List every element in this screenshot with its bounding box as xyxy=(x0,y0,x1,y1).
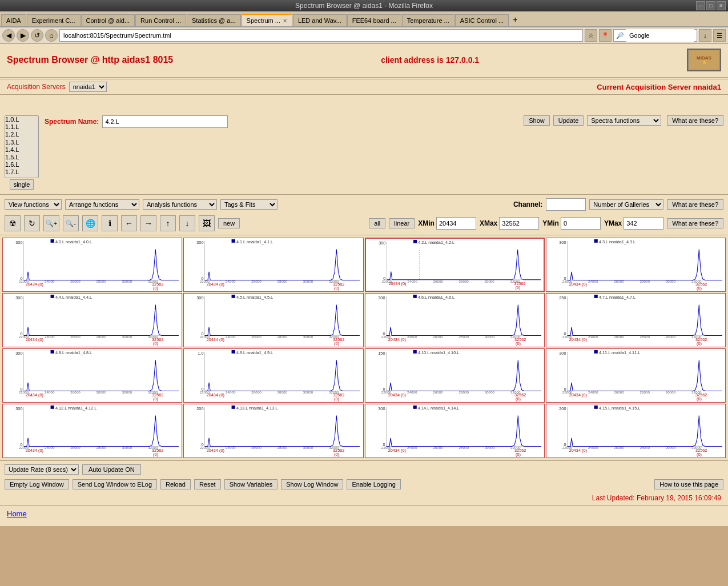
tab-spectrum[interactable]: Spectrum ... ✕ xyxy=(242,14,292,26)
tab-experiment[interactable]: Experiment C... xyxy=(27,14,81,26)
reset-button[interactable]: Reset xyxy=(194,479,221,489)
xmax-input[interactable] xyxy=(499,217,539,230)
location-icon[interactable]: 📍 xyxy=(599,29,612,42)
svg-text:300: 300 xyxy=(559,351,566,356)
spectrum-panel-4.11.L[interactable]: 30004.11.L nnaida1_4.11.L20434 (0)32562(… xyxy=(546,348,726,403)
search-input[interactable] xyxy=(626,29,694,42)
address-bar: ◀ ▶ ↺ ⌂ ☆ 📍 🔎 ↓ ☰ xyxy=(0,27,728,44)
view-functions-select[interactable]: View functions xyxy=(5,199,62,210)
how-to-use-button[interactable]: How to use this page xyxy=(654,479,723,489)
svg-text:28000: 28000 xyxy=(96,280,107,283)
midas-logo: MIDAS ⚗ xyxy=(687,49,721,71)
zoom-out-icon-btn[interactable]: 🔍- xyxy=(63,215,79,231)
tab-temperature[interactable]: Temperature ... xyxy=(402,14,455,26)
url-input[interactable] xyxy=(59,29,583,42)
downloads-icon[interactable]: ↓ xyxy=(699,29,711,42)
channel-input[interactable] xyxy=(546,198,586,211)
show-log-button[interactable]: Show Log Window xyxy=(281,479,343,489)
analysis-functions-select[interactable]: Analysis functions xyxy=(143,199,217,210)
spectrum-panel-4.3.L[interactable]: 30004.3.L nnaida1_4.3.L20434 (0)32562(0)… xyxy=(546,238,726,292)
arrow-up-btn[interactable]: ↑ xyxy=(160,215,176,231)
tags-fits-select[interactable]: Tags & Fits xyxy=(220,199,277,210)
svg-text:26000: 26000 xyxy=(433,280,443,283)
refresh-icon-btn[interactable]: ↻ xyxy=(24,215,40,231)
spectrum-name-input[interactable] xyxy=(102,115,228,128)
spectrum-panel-4.8.L[interactable]: 30004.8.L nnaida1_4.8.L20434 (0)32562(0)… xyxy=(2,348,182,403)
spectrum-list[interactable]: 1.0.L 1.1.L 1.2.L 1.3.L 1.4.L 1.5.L 1.6.… xyxy=(5,115,39,178)
what-are-these-button-2[interactable]: What are these? xyxy=(667,199,723,210)
show-button[interactable]: Show xyxy=(524,115,550,126)
svg-text:30000: 30000 xyxy=(122,335,132,339)
all-button[interactable]: all xyxy=(369,218,385,228)
send-log-button[interactable]: Send Log Window to ELog xyxy=(73,479,157,489)
image-icon-btn[interactable]: 🖼 xyxy=(199,215,215,231)
new-tab-button[interactable]: + xyxy=(509,13,521,26)
spectrum-panel-4.14.L[interactable]: 30004.14.L nnaida1_4.14.L20434 (0)32562(… xyxy=(365,404,545,458)
svg-rect-134 xyxy=(51,350,54,354)
svg-text:22000: 22000 xyxy=(19,391,29,394)
minimize-button[interactable]: — xyxy=(696,1,705,10)
zoom-in-icon-btn[interactable]: 🔍+ xyxy=(43,215,59,231)
empty-log-button[interactable]: Empty Log Window xyxy=(5,479,69,489)
info-icon-btn[interactable]: ℹ xyxy=(102,215,118,231)
spectrum-panel-4.15.L[interactable]: 20004.15.L nnaida1_4.15.L20434 (0)32562(… xyxy=(546,404,726,458)
home-link[interactable]: Home xyxy=(0,507,728,520)
update-button[interactable]: Update xyxy=(553,115,584,126)
maximize-button[interactable]: □ xyxy=(706,1,715,10)
ymin-input[interactable] xyxy=(561,217,601,230)
arrow-left-btn[interactable]: ← xyxy=(121,215,137,231)
page-header: Spectrum Browser @ http aidas1 8015 clie… xyxy=(0,44,728,76)
what-are-these-button-1[interactable]: What are these? xyxy=(667,115,723,126)
tab-control[interactable]: Control @ aid... xyxy=(81,14,135,26)
auto-update-button[interactable]: Auto Update ON xyxy=(82,464,141,475)
svg-text:30000: 30000 xyxy=(303,391,313,394)
update-rate-select[interactable]: Update Rate (8 secs) xyxy=(5,464,79,475)
spectrum-panel-4.13.L[interactable]: 20004.13.L nnaida1_4.13.L20434 (0)32562(… xyxy=(183,404,363,458)
tab-fee64[interactable]: FEE64 board ... xyxy=(347,14,401,26)
bookmark-icon[interactable]: ☆ xyxy=(585,29,597,42)
svg-text:4.7.L nnaida1_4.7.L: 4.7.L nnaida1_4.7.L xyxy=(599,295,636,300)
spectrum-panel-4.1.L[interactable]: 30004.1.L nnaida1_4.1.L20434 (0)32562(0)… xyxy=(183,238,363,292)
reload-button[interactable]: Reload xyxy=(160,479,191,489)
radiation-icon-btn[interactable]: ☢ xyxy=(5,215,21,231)
forward-button[interactable]: ▶ xyxy=(17,29,29,42)
linear-button[interactable]: linear xyxy=(389,218,415,228)
tab-close-icon[interactable]: ✕ xyxy=(283,18,287,24)
num-galleries-select[interactable]: Number of Galleries xyxy=(589,199,663,210)
xmin-input[interactable] xyxy=(436,217,476,230)
show-variables-button[interactable]: Show Variables xyxy=(224,479,278,489)
spectrum-panel-4.4.L[interactable]: 30004.4.L nnaida1_4.4.L20434 (0)32562(0)… xyxy=(2,293,182,347)
reload-button[interactable]: ↺ xyxy=(31,29,43,42)
spectrum-panel-4.12.L[interactable]: 30004.12.L nnaida1_4.12.L20434 (0)32562(… xyxy=(2,404,182,458)
spectra-functions-select[interactable]: Spectra functions xyxy=(587,115,661,126)
spectrum-panel-4.10.L[interactable]: 15004.10.L nnaida1_4.10.L20434 (0)32562(… xyxy=(365,348,545,403)
arrow-down-btn[interactable]: ↓ xyxy=(179,215,195,231)
spectrum-panel-4.5.L[interactable]: 30004.5.L nnaida1_4.5.L20434 (0)32562(0)… xyxy=(183,293,363,347)
close-button[interactable]: ✕ xyxy=(717,1,726,10)
spectrum-panel-4.7.L[interactable]: 25004.7.L nnaida1_4.7.L20434 (0)32562(0)… xyxy=(546,293,726,347)
tab-statistics[interactable]: Statistics @ a... xyxy=(187,14,241,26)
menu-icon[interactable]: ☰ xyxy=(713,29,726,42)
tab-aida[interactable]: AIDA xyxy=(1,14,26,26)
new-button[interactable]: new xyxy=(218,218,240,228)
spectrum-panel-4.0.L[interactable]: 30004.0.L nnaida1_4.0.L20434 (0)32562(0)… xyxy=(2,238,182,292)
spectrum-panel-4.9.L[interactable]: 1.004.9.L nnaida1_4.9.L20434 (0)32562(0)… xyxy=(183,348,363,403)
what-are-these-button-3[interactable]: What are these? xyxy=(667,218,723,228)
acq-server-select[interactable]: nnaida1 xyxy=(69,82,107,92)
arrow-right-btn[interactable]: → xyxy=(140,215,156,231)
home-button[interactable]: ⌂ xyxy=(45,29,58,42)
tab-run-control[interactable]: Run Control ... xyxy=(135,14,186,26)
svg-text:(0): (0) xyxy=(153,342,158,346)
spectrum-panel-4.6.L[interactable]: 30004.6.L nnaida1_4.6.L20434 (0)32562(0)… xyxy=(365,293,545,347)
enable-logging-button[interactable]: Enable Logging xyxy=(347,479,400,489)
spectrum-panel-4.2.L[interactable]: 30004.2.L nnaida1_4.2.L20434 (0)32562(0)… xyxy=(365,238,545,292)
globe-icon-btn[interactable]: 🌐 xyxy=(82,215,98,231)
arrange-functions-select[interactable]: Arrange functions xyxy=(65,199,139,210)
tab-led[interactable]: LED and Wav... xyxy=(293,14,347,26)
tab-asic[interactable]: ASIC Control ... xyxy=(455,14,509,26)
svg-text:30000: 30000 xyxy=(484,280,494,283)
single-button[interactable]: single xyxy=(10,179,34,190)
svg-text:300: 300 xyxy=(378,296,385,300)
back-button[interactable]: ◀ xyxy=(2,29,15,42)
ymax-input[interactable] xyxy=(624,217,663,230)
